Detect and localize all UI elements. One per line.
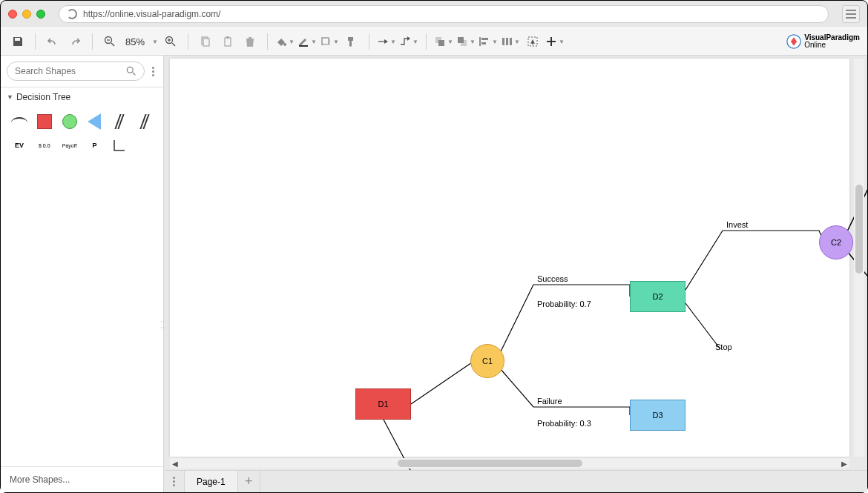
undo-button[interactable] (43, 32, 62, 51)
svg-rect-18 (458, 37, 464, 43)
node-d3[interactable]: D3 (630, 400, 685, 431)
search-shapes-box[interactable] (7, 62, 145, 81)
select-region-button[interactable] (523, 32, 542, 51)
svg-rect-12 (299, 45, 308, 47)
distribute-button[interactable]: ▼ (501, 32, 520, 51)
svg-rect-22 (502, 38, 504, 45)
diagram-canvas[interactable]: D1 C1 D2 D3 C2 Do Nothing Success Probab… (170, 59, 849, 457)
shadow-button[interactable]: ▼ (320, 32, 339, 51)
sidebar: ▼ Decision Tree EV $ 0.0 Payoff P (1, 56, 164, 492)
svg-rect-23 (506, 38, 508, 45)
svg-line-1 (111, 43, 114, 46)
to-front-button[interactable]: ▼ (434, 32, 453, 51)
palette-section-header[interactable]: ▼ Decision Tree (1, 87, 163, 107)
connector-style-button[interactable]: ▼ (377, 32, 396, 51)
svg-rect-21 (481, 42, 486, 44)
format-painter-button[interactable] (342, 32, 361, 51)
to-back-button[interactable]: ▼ (456, 32, 476, 51)
add-shape-button[interactable]: ▼ (545, 32, 565, 51)
svg-rect-24 (510, 38, 512, 45)
node-c2[interactable]: C2 (819, 225, 853, 259)
palette-parallel-lines2-shape[interactable] (134, 111, 156, 132)
palette-decision-node-shape[interactable] (33, 111, 56, 132)
palette-price-label[interactable]: $ 0.0 (33, 135, 56, 156)
svg-rect-8 (203, 39, 209, 46)
palette-axis-shape[interactable] (108, 135, 131, 156)
url-bar[interactable]: https://online.visual-paradigm.com/ (59, 5, 829, 23)
window-controls (8, 10, 45, 19)
palette-payoff-label[interactable]: Payoff (59, 135, 81, 156)
label-success[interactable]: Success (537, 274, 568, 283)
add-page-button[interactable]: + (238, 471, 260, 492)
svg-point-11 (283, 43, 286, 46)
redo-button[interactable] (65, 32, 85, 51)
align-button[interactable]: ▼ (479, 32, 498, 51)
search-shapes-input[interactable] (15, 66, 126, 76)
label-stop[interactable]: Stop (715, 343, 732, 351)
save-button[interactable] (8, 32, 27, 51)
brand-logo[interactable]: VisualParadigm Online (786, 34, 860, 49)
palette-end-node-shape[interactable] (84, 111, 106, 132)
maximize-window-button[interactable] (36, 10, 45, 19)
svg-line-4 (172, 43, 175, 46)
svg-rect-10 (226, 36, 229, 39)
palette-probability-label[interactable]: P (84, 135, 106, 156)
svg-point-29 (127, 67, 133, 73)
palette-section-title: Decision Tree (16, 92, 70, 102)
node-d2[interactable]: D2 (630, 281, 685, 312)
vertical-scroll-thumb[interactable] (855, 185, 863, 274)
palette-chance-node-shape[interactable] (59, 111, 81, 132)
fill-color-button[interactable]: ▼ (275, 32, 295, 51)
diagram-edges (170, 59, 849, 457)
paste-button[interactable] (218, 32, 237, 51)
more-shapes-link[interactable]: More Shapes... (1, 466, 163, 492)
zoom-level[interactable]: 85% (122, 36, 148, 47)
svg-rect-13 (322, 38, 329, 44)
brand-text: VisualParadigm Online (804, 34, 860, 49)
zoom-in-button[interactable] (161, 32, 180, 51)
scroll-right-arrow[interactable]: ▶ (839, 460, 849, 468)
svg-rect-20 (481, 38, 488, 40)
tab-page-1[interactable]: Page-1 (185, 471, 238, 492)
collapse-caret-icon: ▼ (7, 93, 13, 101)
node-c1[interactable]: C1 (470, 344, 504, 378)
minimize-window-button[interactable] (22, 10, 31, 19)
zoom-out-button[interactable] (100, 32, 119, 51)
waypoint-button[interactable]: ▼ (399, 32, 418, 51)
scroll-left-arrow[interactable]: ◀ (170, 460, 180, 468)
delete-button[interactable] (240, 32, 260, 51)
vertical-scrollbar[interactable] (854, 59, 864, 457)
palette-parallel-lines-shape[interactable] (108, 111, 131, 132)
palette-branch-shape[interactable] (8, 111, 30, 132)
horizontal-scroll-thumb[interactable] (398, 460, 582, 467)
reload-icon[interactable] (67, 9, 77, 19)
search-icon (126, 66, 137, 76)
titlebar: https://online.visual-paradigm.com/ (1, 1, 867, 27)
url-text: https://online.visual-paradigm.com/ (83, 9, 220, 19)
close-window-button[interactable] (8, 10, 17, 19)
horizontal-scrollbar[interactable]: ◀ ▶ (170, 458, 849, 469)
node-d1[interactable]: D1 (355, 388, 411, 420)
label-prob-03[interactable]: Probability: 0.3 (537, 419, 591, 428)
palette-ev-label[interactable]: EV (8, 135, 30, 156)
svg-line-30 (133, 73, 136, 76)
sidebar-more-button[interactable] (149, 67, 157, 76)
tabs-menu-button[interactable] (164, 471, 185, 492)
label-failure[interactable]: Failure (537, 397, 562, 406)
line-color-button[interactable]: ▼ (297, 32, 317, 51)
label-prob-07[interactable]: Probability: 0.7 (537, 300, 591, 308)
label-invest[interactable]: Invest (726, 220, 748, 229)
svg-rect-16 (438, 40, 444, 46)
copy-button[interactable] (196, 32, 215, 51)
toolbar: 85% ▼ ▼ ▼ ▼ (1, 27, 867, 56)
zoom-dropdown-caret[interactable]: ▼ (152, 39, 158, 45)
svg-rect-9 (225, 38, 231, 46)
canvas-area[interactable]: D1 C1 D2 D3 C2 Do Nothing Success Probab… (164, 56, 867, 470)
page-tabs: Page-1 + (164, 470, 867, 492)
menu-button[interactable] (842, 5, 860, 23)
